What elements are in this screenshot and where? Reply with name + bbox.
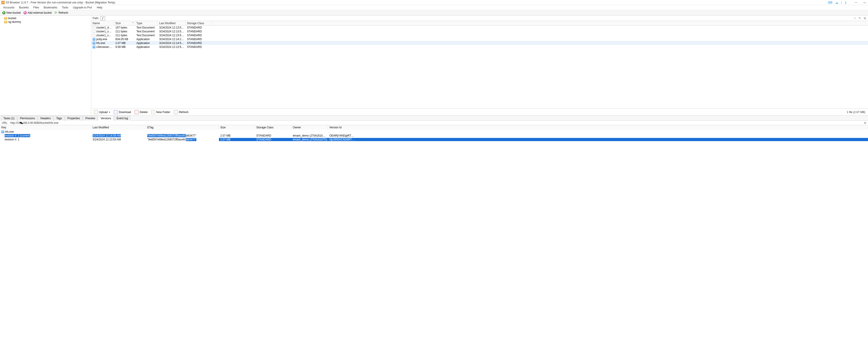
download-icon [114,110,118,114]
file-row[interactable]: cluster1_dem…157 bytesText Document3/24/… [91,26,868,29]
vcol-key[interactable]: Key [0,125,91,129]
toolbar: New bucket Add external bucket ⟳ Refresh [0,10,868,15]
versions-header: Key Last Modified ETag Size Storage Clas… [0,125,868,130]
chevron-down-icon: ▾ [109,111,110,113]
path-bar: Path: / ☆ ✎ ⧉ [91,15,868,21]
file-row[interactable]: hfs.exe2.07 MBApplication3/24/2024 12:14… [91,41,868,45]
keyboard-icon[interactable]: ⌨ [828,1,832,4]
app-icon: S3 [1,1,5,4]
tree-item-bucket[interactable]: bucket [1,17,90,20]
menu-bar: Accounts Buckets Files Bookmarks Tools U… [0,5,868,10]
tab-permissions[interactable]: Permissions [18,116,37,121]
file-icon [93,26,95,29]
plus-icon [24,11,27,14]
file-row[interactable]: s3browser-11…9.58 MBApplication3/24/2024… [91,45,868,49]
file-row[interactable]: cluster1_svm…211 bytesText Document3/24/… [91,33,868,37]
versions-table[interactable]: Key Last Modified ETag Size Storage Clas… [0,125,868,141]
vcol-etag[interactable]: ETag [146,125,219,129]
bucket-tree[interactable]: bucket sg-dummy [0,15,91,116]
refresh-icon: ⟳ [55,11,58,14]
tree-item-sg-dummy[interactable]: sg-dummy [1,20,90,24]
file-row[interactable]: putty.exe834.05 KBApplication3/24/2024 1… [91,37,868,41]
file-icon [93,42,95,44]
vcol-last-modified[interactable]: Last Modified [91,125,146,129]
upload-button[interactable]: Upload▾ [93,110,112,115]
version-row[interactable]: revision #: 13/24/2024 12:13:53 AM"9e855… [0,137,868,141]
menu-buckets[interactable]: Buckets [17,5,31,9]
folder-icon [4,17,7,20]
info-icon[interactable]: i [841,0,842,5]
path-value[interactable]: / [100,16,105,20]
tab-tags[interactable]: Tags [54,116,64,121]
file-icon [1,130,4,133]
file-icon [93,45,95,48]
upload-icon [94,110,98,114]
delete-button[interactable]: Delete [133,110,149,115]
copy-icon[interactable]: ⧉ [863,17,867,20]
add-external-bucket-button[interactable]: Add external bucket [22,11,53,14]
file-row[interactable]: cluster1_svm…211 bytesText Document3/24/… [91,29,868,33]
col-type[interactable]: Type [135,21,158,25]
tab-properties[interactable]: Properties [65,116,83,121]
copy-url-icon[interactable]: ⧉ [864,121,866,125]
url-value[interactable]: http://192.168.0.80:8080/bucket/hfs.exe [10,121,58,125]
menu-tools[interactable]: Tools [60,5,70,9]
minimize-button[interactable]: — [854,1,858,4]
col-last-modified[interactable]: Last Modified [158,21,186,25]
star-icon[interactable]: ☆ [853,17,857,20]
url-label: URL: [2,121,8,125]
cloud-icon[interactable]: ☁ [835,1,838,4]
col-name[interactable]: Name [91,21,114,25]
action-bar: Upload▾ Download Delete New Folder Refre… [91,108,868,116]
sort-asc-icon: ▴ [132,21,133,23]
plus-icon [2,11,5,14]
file-icon [93,34,95,37]
col-storage-class[interactable]: Storage Class [186,21,213,25]
vcol-size[interactable]: Size [219,125,255,129]
tab-tasks-1-[interactable]: Tasks (1) [1,116,17,121]
new-folder-icon [151,110,155,114]
refresh-icon [174,110,178,114]
vcol-owner[interactable]: Owner [291,125,328,129]
maximize-button[interactable]: ▭ [863,1,867,4]
selection-status: 1 file (2.07 MB) [847,110,867,114]
path-label: Path: [93,17,99,20]
tab-headers[interactable]: Headers [38,116,53,121]
version-row[interactable]: revision #: 2 (current)3/24/2024 12:14:5… [0,134,868,137]
file-icon [93,30,95,33]
file-list-header: Name Size▴ Type Last Modified Storage Cl… [91,21,868,26]
add-external-label: Add external bucket [28,11,52,14]
title-bar: S3 S3 Browser 11.6.7 - Free Version (for… [0,0,868,5]
new-bucket-button[interactable]: New bucket [1,11,22,14]
menu-bookmarks[interactable]: Bookmarks [41,5,60,9]
tab-versions[interactable]: Versions [98,116,114,121]
bottom-tabs: Tasks (1)PermissionsHeadersTagsPropertie… [0,116,868,120]
delete-icon [134,110,139,114]
col-size[interactable]: Size▴ [114,21,135,25]
download-button[interactable]: Download [113,110,132,115]
new-folder-button[interactable]: New Folder [150,110,172,115]
refresh-button[interactable]: ⟳ Refresh [53,11,69,14]
folder-icon [4,21,7,23]
tab-preview[interactable]: Preview [83,116,98,121]
pencil-icon[interactable]: ✎ [858,17,862,20]
refresh-label: Refresh [59,11,68,14]
file-icon [93,38,95,40]
menu-help[interactable]: Help [94,5,105,9]
vcol-storage-class[interactable]: Storage Class [255,125,291,129]
new-bucket-label: New bucket [6,11,21,14]
window-title: S3 Browser 11.6.7 - Free Version (for no… [6,1,828,4]
refresh-files-button[interactable]: Refresh [173,110,190,115]
vcol-version-id[interactable]: Version Id [328,125,868,129]
menu-upgrade[interactable]: Upgrade to Pro! [70,5,94,9]
menu-accounts[interactable]: Accounts [1,5,17,9]
menu-files[interactable]: Files [31,5,41,9]
tree-item-label: bucket [8,17,16,20]
url-bar: URL: http://192.168.0.80:8080/bucket/hfs… [0,120,868,125]
bars-icon[interactable]: ▮ [845,1,846,4]
tree-item-label: sg-dummy [8,20,21,24]
file-list[interactable]: Name Size▴ Type Last Modified Storage Cl… [91,21,868,108]
tab-event-log[interactable]: Event log [114,116,130,121]
version-key-row[interactable]: hfs.exe [0,130,868,134]
